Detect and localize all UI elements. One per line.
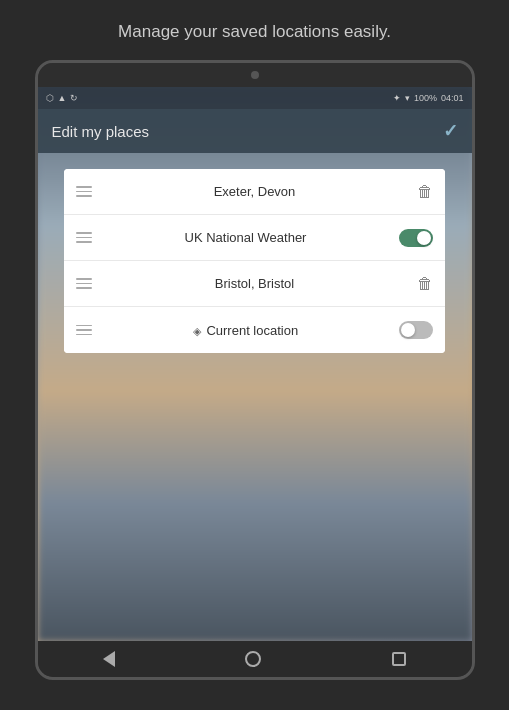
toggle-switch[interactable] bbox=[399, 229, 433, 247]
battery-percent: 100% bbox=[414, 93, 437, 103]
wifi-status-icon: ▾ bbox=[405, 93, 410, 103]
list-item[interactable]: Exeter, Devon 🗑 bbox=[64, 169, 446, 215]
wifi-icon: ⬡ bbox=[46, 93, 54, 103]
status-left-icons: ⬡ ▲ ↻ bbox=[46, 93, 79, 103]
toggle-knob bbox=[417, 231, 431, 245]
location-label: Bristol, Bristol bbox=[102, 276, 408, 291]
signal-icon: ▲ bbox=[58, 93, 67, 103]
toggle-knob bbox=[401, 323, 415, 337]
recents-button[interactable] bbox=[392, 652, 406, 666]
delete-icon[interactable]: 🗑 bbox=[417, 183, 433, 201]
home-button[interactable] bbox=[245, 651, 261, 667]
bluetooth-icon: ✦ bbox=[393, 93, 401, 103]
tablet-top-bezel bbox=[38, 63, 472, 87]
drag-handle-icon[interactable] bbox=[76, 186, 92, 197]
tablet-device: ⬡ ▲ ↻ ✦ ▾ 100% 04:01 Edit my places ✓ bbox=[35, 60, 475, 680]
back-button[interactable] bbox=[103, 651, 115, 667]
tablet-nav-bar bbox=[38, 641, 472, 677]
location-pin-icon: ◈ bbox=[193, 325, 201, 337]
app-header: Edit my places ✓ bbox=[38, 109, 472, 153]
location-label: ◈ Current location bbox=[102, 323, 390, 338]
status-bar: ⬡ ▲ ↻ ✦ ▾ 100% 04:01 bbox=[38, 87, 472, 109]
header-title: Edit my places bbox=[52, 123, 150, 140]
drag-handle-icon[interactable] bbox=[76, 325, 92, 336]
toggle-switch[interactable] bbox=[399, 321, 433, 339]
confirm-button[interactable]: ✓ bbox=[443, 120, 458, 142]
list-item[interactable]: ◈ Current location bbox=[64, 307, 446, 353]
page-tagline: Manage your saved locations easily. bbox=[118, 22, 391, 42]
sync-icon: ↻ bbox=[70, 93, 78, 103]
status-right-info: ✦ ▾ 100% 04:01 bbox=[393, 93, 464, 103]
drag-handle-icon[interactable] bbox=[76, 232, 92, 243]
list-item[interactable]: UK National Weather bbox=[64, 215, 446, 261]
tablet-screen: ⬡ ▲ ↻ ✦ ▾ 100% 04:01 Edit my places ✓ bbox=[38, 87, 472, 641]
location-label: UK National Weather bbox=[102, 230, 390, 245]
locations-list: Exeter, Devon 🗑 UK National Weather Bris… bbox=[64, 169, 446, 353]
camera-icon bbox=[251, 71, 259, 79]
time-display: 04:01 bbox=[441, 93, 464, 103]
list-item[interactable]: Bristol, Bristol 🗑 bbox=[64, 261, 446, 307]
delete-icon[interactable]: 🗑 bbox=[417, 275, 433, 293]
location-label: Exeter, Devon bbox=[102, 184, 408, 199]
drag-handle-icon[interactable] bbox=[76, 278, 92, 289]
